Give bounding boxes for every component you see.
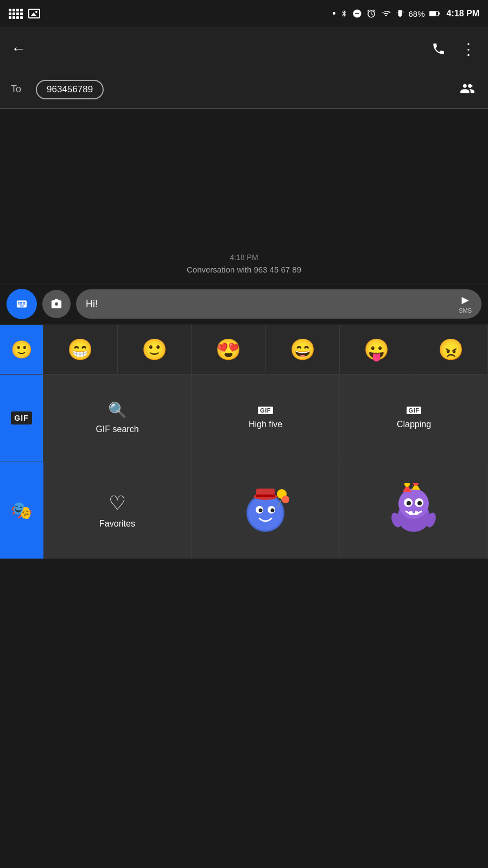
camera-icon — [49, 298, 64, 310]
gif-high-five-cell[interactable]: GIF High five — [192, 375, 340, 461]
svg-point-7 — [259, 508, 263, 512]
signal-icon — [396, 9, 404, 18]
emoji-cell-4[interactable]: 😄 — [266, 325, 340, 374]
gif-clapping-label: Clapping — [397, 420, 431, 429]
gif-clapping-cell[interactable]: GIF Clapping — [340, 375, 488, 461]
emoji-cell-5[interactable]: 😛 — [340, 325, 414, 374]
monster-sticker — [386, 483, 441, 537]
emoji-angry: 😠 — [438, 338, 464, 362]
sticker-favorites-cell[interactable]: ♡ Favorites — [43, 461, 192, 559]
svg-point-4 — [248, 496, 283, 530]
compose-bar: ► SMS — [0, 283, 488, 325]
gif-search-cell[interactable]: 🔍 GIF search — [43, 375, 192, 461]
gif-badge-clapping: GIF — [407, 407, 422, 414]
message-timestamp: 4:18 PM — [230, 253, 258, 262]
recipient-chip[interactable]: 963456789 — [36, 80, 104, 99]
message-area: 4:18 PM Conversation with 963 45 67 89 — [0, 109, 488, 283]
emoji-stuck-out-tongue: 😛 — [364, 338, 389, 362]
emoji-tab-row: 🙂 😁 🙂 😍 😄 😛 😠 — [0, 325, 488, 374]
compose-input-area: ► SMS — [76, 289, 481, 319]
gif-sidebar-label: GIF — [11, 411, 31, 425]
phone-call-button[interactable] — [432, 42, 446, 56]
favorites-label: Favorites — [99, 519, 135, 529]
to-bar: To 963456789 — [0, 71, 488, 109]
emoji-cell-6[interactable]: 😠 — [414, 325, 489, 374]
to-label: To — [11, 84, 27, 95]
emoji-grinning: 😁 — [67, 338, 93, 362]
emoji-heart-eyes: 😍 — [216, 338, 241, 362]
svg-rect-26 — [415, 511, 418, 515]
sticker-monster-cell[interactable] — [340, 461, 488, 559]
gif-tab[interactable]: GIF — [0, 375, 43, 461]
blue-character-sticker — [241, 486, 290, 535]
svg-point-19 — [404, 483, 410, 487]
send-button[interactable]: ► SMS — [459, 294, 472, 314]
send-arrow-icon: ► — [459, 294, 471, 306]
action-bar: ← ⋮ — [0, 27, 488, 71]
svg-point-24 — [417, 501, 422, 505]
action-bar-left: ← — [11, 40, 26, 58]
emoji-tab[interactable]: 🙂 — [0, 325, 43, 374]
svg-point-23 — [407, 501, 411, 505]
gif-badge-highfive: GIF — [258, 407, 273, 414]
keyboard-toggle-button[interactable] — [7, 289, 37, 319]
sticker-section: 🎭 ♡ Favorites — [0, 461, 488, 559]
status-time: 4:18 PM — [447, 9, 479, 18]
conversation-label: Conversation with 963 45 67 89 — [187, 265, 301, 274]
status-bar-right: • 68% 4:18 PM — [332, 8, 479, 20]
wifi-icon — [381, 9, 391, 18]
emoji-tab-icon: 🙂 — [11, 339, 33, 360]
gif-section: GIF 🔍 GIF search GIF High five GIF Clapp… — [0, 374, 488, 461]
send-label: SMS — [459, 307, 472, 314]
gif-high-five-label: High five — [249, 420, 282, 429]
action-bar-right: ⋮ — [432, 40, 477, 58]
camera-button[interactable] — [42, 290, 71, 318]
svg-point-8 — [271, 508, 275, 512]
sticker-tab-icon: 🎭 — [11, 500, 33, 521]
gif-search-label: GIF search — [96, 425, 138, 434]
message-input[interactable] — [86, 299, 454, 310]
recipient-number: 963456789 — [47, 84, 93, 94]
back-button[interactable]: ← — [11, 40, 26, 58]
emoji-smiley: 🙂 — [142, 338, 167, 362]
svg-point-20 — [413, 483, 419, 486]
svg-rect-1 — [429, 12, 435, 16]
svg-point-13 — [282, 496, 289, 503]
battery-icon — [429, 10, 440, 17]
heart-icon: ♡ — [109, 492, 126, 515]
battery-percent: 68% — [409, 9, 425, 18]
add-contact-button[interactable] — [458, 81, 477, 98]
bluetooth-icon: • — [332, 8, 335, 20]
dnd-icon — [352, 9, 362, 18]
more-options-button[interactable]: ⋮ — [461, 40, 477, 58]
svg-rect-25 — [409, 511, 413, 515]
emoji-laughing: 😄 — [290, 338, 315, 362]
keyboard-icon — [14, 298, 29, 310]
emoji-cell-1[interactable]: 😁 — [43, 325, 118, 374]
alarm-icon — [366, 9, 376, 18]
emoji-cell-2[interactable]: 🙂 — [118, 325, 192, 374]
status-bar-left — [9, 9, 40, 19]
image-icon — [28, 9, 40, 18]
sticker-blue-char-cell[interactable] — [192, 461, 340, 559]
keyboard-panel: 🙂 😁 🙂 😍 😄 😛 😠 GIF 🔍 GIF search — [0, 325, 488, 559]
svg-rect-2 — [438, 12, 440, 14]
sticker-tab[interactable]: 🎭 — [0, 461, 43, 559]
emoji-cell-3[interactable]: 😍 — [192, 325, 266, 374]
status-bar: • 68% 4:18 PM — [0, 0, 488, 27]
grid-icon — [9, 9, 23, 19]
search-icon: 🔍 — [108, 401, 127, 419]
svg-rect-11 — [256, 495, 275, 497]
bluetooth-icon — [340, 8, 348, 19]
